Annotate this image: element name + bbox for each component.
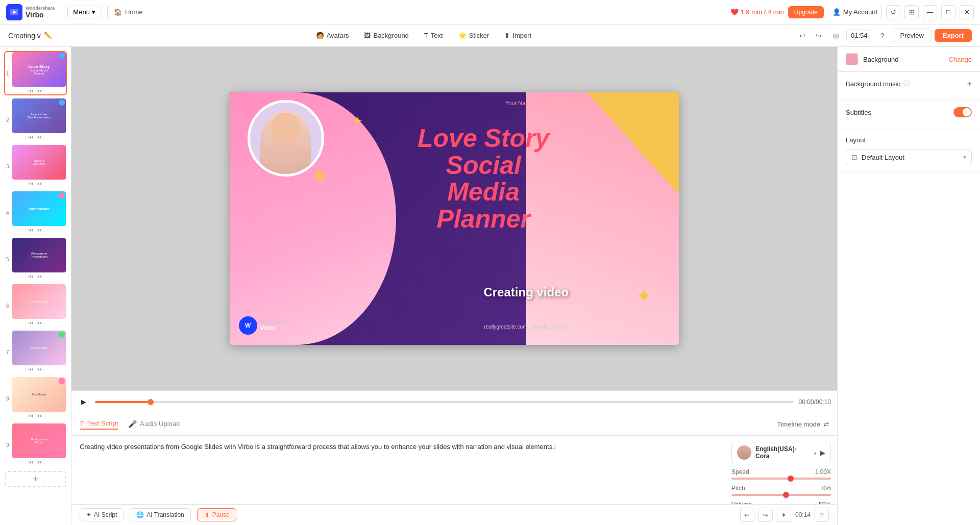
slide-prev-2[interactable]: ⏮ (29, 134, 34, 140)
slide-item-6[interactable]: 6 Our Partners ⏮ ⏭ (4, 283, 67, 328)
slide-number-2: 2 (6, 117, 9, 122)
toggle-knob (963, 108, 971, 116)
progress-fill (95, 401, 151, 403)
grid-view-button[interactable]: ⊞ (829, 29, 843, 43)
slide-prev-8[interactable]: ⏮ (29, 413, 34, 418)
progress-dot (148, 399, 154, 405)
bg-music-info-icon[interactable]: ⓘ (903, 80, 910, 88)
timeline-mode-button[interactable]: Timeline mode ⇄ (777, 420, 829, 428)
slide-next-5[interactable]: ⏭ (38, 273, 43, 279)
slide-prev-5[interactable]: ⏮ (29, 273, 34, 279)
speed-slider[interactable] (731, 478, 831, 480)
slide-prev-1[interactable]: ⏮ (29, 88, 34, 93)
canvas-subtitle: Creating video (396, 285, 656, 299)
toolbar-tools: 🧑 Avatars 🖼 Background T Text ⭐ Sticker … (309, 29, 538, 42)
canvas-top-text: Your Name Here (396, 100, 656, 106)
voice-play-button[interactable]: ▶ (820, 449, 825, 457)
slide-next-3[interactable]: ⏭ (38, 181, 43, 186)
add-bg-music-button[interactable]: + (967, 79, 972, 88)
slide-next-7[interactable]: ⏭ (38, 366, 43, 372)
toolbar-right-controls: ↩ ↪ ⊞ 01:54 ? Preview Export (795, 29, 972, 43)
slide-prev-7[interactable]: ⏮ (29, 366, 34, 372)
slide-badge-1 (59, 53, 65, 59)
background-button[interactable]: 🖼 Background (357, 29, 415, 42)
slide-number-5: 5 (6, 256, 9, 262)
help-script-button[interactable]: ? (815, 508, 829, 522)
progress-track[interactable] (95, 401, 794, 403)
audio-upload-tab[interactable]: 🎤 Audio Upload (128, 420, 180, 429)
layout-section: Layout ⊡ Default Layout ▾ (838, 129, 980, 173)
play-button[interactable]: ▶ (78, 396, 90, 408)
slide-item-2[interactable]: 2 How to UseThis Presentation ⏮ ⏭ (4, 97, 67, 142)
home-button[interactable]: 🏠 Home (114, 8, 143, 16)
account-button[interactable]: 👤 My Account (832, 8, 877, 16)
slide-item-5[interactable]: 5 Welcome toPresentation ⏮ ⏭ (4, 237, 67, 281)
change-background-button[interactable]: Change (948, 56, 972, 63)
preview-button[interactable]: Preview (893, 29, 932, 42)
menu-button[interactable]: Menu ▾ (67, 6, 101, 18)
slide-next-2[interactable]: ⏭ (38, 134, 43, 140)
pitch-slider[interactable] (731, 494, 831, 496)
redo-script-button[interactable]: ↪ (758, 508, 773, 522)
minimize-button[interactable]: — (923, 5, 937, 19)
slide-badge-8 (59, 378, 65, 384)
slide-item-7[interactable]: 7 Video Goals ⏮ ⏭ (4, 330, 67, 374)
slide-next-9[interactable]: ⏭ (38, 459, 43, 465)
slide-badge-2 (59, 99, 65, 106)
text-script-tab[interactable]: T Text Script (80, 419, 118, 430)
add-slide-button[interactable]: + (5, 471, 66, 487)
undo-button[interactable]: ↩ (795, 29, 810, 43)
app-logo: Wondershare Virbo (6, 4, 55, 20)
slide-item-8[interactable]: 8 Our Goals ⏮ ⏭ (4, 376, 67, 420)
slide-item-3[interactable]: 3 Table ofContents ⏮ ⏭ (4, 144, 67, 188)
magic-wand-button[interactable]: ✦ (777, 508, 791, 522)
maximize-button[interactable]: □ (941, 5, 955, 19)
bg-music-section: Background music ⓘ + (838, 72, 980, 100)
export-button[interactable]: Export (935, 29, 972, 42)
script-text[interactable]: Creating video presentations from Google… (71, 436, 725, 504)
star-decoration-1: ✦ (351, 113, 363, 130)
logo-icon (6, 4, 22, 20)
slide-number-9: 9 (6, 442, 9, 447)
slide-item-9[interactable]: 9 BackgroundMusic ⏮ ⏭ (4, 422, 67, 467)
redo-button[interactable]: ↪ (812, 29, 826, 43)
slide-number-4: 4 (6, 210, 9, 215)
subtitles-toggle[interactable] (953, 107, 972, 117)
layout-dropdown[interactable]: ⊡ Default Layout ▾ (846, 149, 972, 165)
slide-prev-4[interactable]: ⏮ (29, 227, 34, 233)
slide-prev-9[interactable]: ⏮ (29, 459, 34, 465)
text-button[interactable]: T Text (418, 29, 450, 42)
slide-next-4[interactable]: ⏭ (38, 227, 43, 233)
history-button[interactable]: ↺ (886, 5, 900, 19)
slide-item-1[interactable]: 1 Love Story Social Media Planner ⏮ ⏭ (4, 51, 67, 95)
slide-next-8[interactable]: ⏭ (38, 413, 43, 418)
script-content: Creating video presentations from Google… (71, 436, 837, 504)
top-right-controls: ❤️ 1.9 min / 4 min Upgrade 👤 My Account … (730, 5, 974, 19)
close-button[interactable]: ✕ (960, 5, 974, 19)
ai-script-button[interactable]: ✦ AI Script (80, 508, 124, 521)
help-button[interactable]: ? (875, 29, 890, 43)
pause-button[interactable]: ⏸ Pause (197, 508, 236, 521)
voice-selector[interactable]: English(USA)-Cora › ▶ (731, 442, 831, 463)
slide-item-4[interactable]: 4 Introduction ⏮ ⏭ (4, 190, 67, 235)
upgrade-button[interactable]: Upgrade (788, 6, 824, 18)
undo-redo-group: ↩ ↪ (795, 29, 826, 43)
time-display: 01:54 (846, 30, 872, 41)
avatars-button[interactable]: 🧑 Avatars (309, 29, 356, 42)
undo-script-button[interactable]: ↩ (740, 508, 754, 522)
slide-prev-3[interactable]: ⏮ (29, 181, 34, 186)
slide-badge-7 (59, 332, 65, 338)
edit-icon[interactable]: ✏️ (44, 32, 52, 39)
slide-prev-6[interactable]: ⏮ (29, 320, 34, 326)
ai-translation-button[interactable]: 🌐 AI Translation (130, 508, 190, 521)
slide-next-1[interactable]: ⏭ (38, 88, 43, 93)
topbar: Wondershare Virbo Menu ▾ 🏠 Home ❤️ 1.9 m… (0, 0, 980, 24)
grid-button[interactable]: ⊞ (904, 5, 919, 19)
divider3 (828, 6, 828, 18)
import-button[interactable]: ⬆ Import (498, 29, 538, 42)
script-bottom-bar: ✦ AI Script 🌐 AI Translation ⏸ Pause ↩ ↪… (71, 504, 837, 525)
sticker-button[interactable]: ⭐ Sticker (452, 29, 496, 42)
subtitles-title: Subtitles (846, 109, 871, 116)
slide-badge-4 (59, 192, 65, 198)
slide-next-6[interactable]: ⏭ (38, 320, 43, 326)
